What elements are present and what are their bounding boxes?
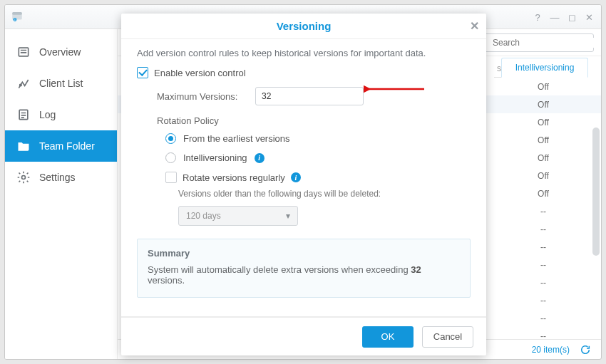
sidebar-item-label: Log — [39, 109, 56, 120]
enable-version-checkbox[interactable] — [137, 67, 148, 78]
info-icon[interactable]: i — [255, 153, 265, 163]
team-folder-icon — [16, 139, 31, 153]
older-than-note: Versions older than the following days w… — [178, 189, 471, 199]
log-icon — [16, 108, 31, 122]
svg-rect-1 — [12, 12, 22, 15]
dialog-intro: Add version control rules to keep histor… — [137, 48, 471, 58]
item-count: 20 item(s) — [532, 345, 570, 355]
app-icon: D — [11, 10, 24, 23]
dialog-footer: OK Cancel — [121, 317, 486, 355]
info-icon[interactable]: i — [291, 172, 301, 182]
refresh-button[interactable] — [580, 344, 591, 355]
sidebar-item-label: Settings — [39, 172, 76, 183]
svg-point-12 — [22, 176, 26, 180]
cancel-button[interactable]: Cancel — [422, 326, 473, 348]
sidebar-item-label: Team Folder — [39, 140, 95, 152]
versioning-dialog: Versioning ✕ Add version control rules t… — [121, 14, 486, 355]
dialog-title: Versioning — [277, 20, 332, 32]
scrollbar-thumb[interactable] — [592, 128, 600, 256]
rotate-regularly-checkbox[interactable] — [165, 172, 177, 183]
summary-title: Summary — [148, 248, 460, 259]
sidebar-item-label: Client List — [39, 78, 83, 89]
enable-version-label: Enable version control — [154, 68, 246, 78]
window-maximize-button[interactable]: ◻ — [564, 9, 580, 25]
column-intelliversioning[interactable]: Intelliversioning — [501, 58, 588, 78]
dialog-close-button[interactable]: ✕ — [470, 19, 479, 33]
search-box[interactable] — [484, 33, 594, 52]
window-help-button[interactable]: ? — [530, 9, 545, 25]
sidebar-item-log[interactable]: Log — [5, 99, 117, 130]
column-stub: s — [494, 63, 501, 78]
days-select[interactable]: 120 days ▾ — [178, 206, 298, 226]
ok-button[interactable]: OK — [362, 326, 414, 348]
summary-box: Summary System will automatically delete… — [137, 239, 471, 298]
radio-intelliversioning[interactable] — [165, 152, 176, 163]
sidebar-item-client-list[interactable]: Client List — [5, 68, 117, 99]
client-list-icon — [16, 76, 31, 90]
max-versions-label: Maximum Versions: — [157, 91, 242, 102]
radio-intelliversioning-label: Intelliversioning — [183, 152, 247, 163]
search-input[interactable] — [493, 38, 600, 48]
sidebar: Overview Client List Log Team Folder Set… — [5, 29, 118, 359]
days-select-value: 120 days — [186, 211, 221, 221]
sidebar-item-label: Overview — [39, 46, 81, 58]
radio-earliest[interactable] — [165, 133, 176, 144]
overview-icon — [16, 45, 31, 59]
sidebar-item-overview[interactable]: Overview — [5, 36, 117, 68]
summary-text: System will automatically delete extra v… — [148, 264, 460, 286]
settings-icon — [16, 170, 31, 184]
sidebar-item-settings[interactable]: Settings — [5, 162, 117, 193]
rotation-policy-label: Rotation Policy — [157, 115, 471, 126]
window-close-button[interactable]: ✕ — [581, 9, 597, 25]
sidebar-item-team-folder[interactable]: Team Folder — [5, 130, 117, 162]
svg-text:D: D — [14, 19, 16, 21]
radio-earliest-label: From the earliest versions — [183, 133, 290, 144]
dialog-header: Versioning ✕ — [121, 14, 486, 39]
chevron-down-icon: ▾ — [286, 211, 290, 221]
rotate-regularly-label: Rotate versions regularly — [183, 172, 285, 183]
svg-point-7 — [20, 84, 22, 86]
window-minimize-button[interactable]: — — [547, 9, 563, 25]
max-versions-input[interactable] — [255, 87, 364, 105]
